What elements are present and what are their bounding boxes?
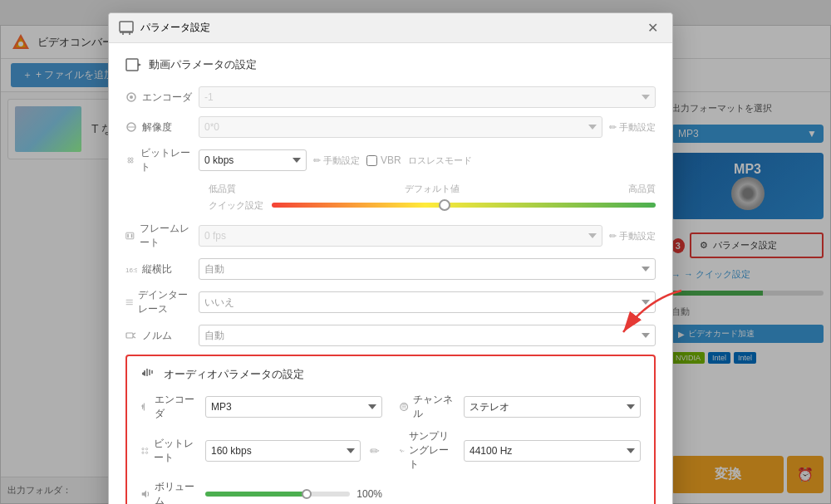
audio-bitrate-label: ビットレート: [140, 437, 199, 465]
svg-point-15: [128, 160, 130, 163]
audio-encoder-select[interactable]: MP3: [205, 396, 382, 418]
aspect-row: 16:9 縦横比 自動: [125, 258, 656, 280]
dialog-title: パラメータ設定: [140, 21, 210, 35]
framerate-label: フレームレート: [125, 222, 192, 250]
audio-bitrate-select[interactable]: 160 kbps: [205, 440, 361, 462]
aspect-icon: 16:9: [125, 263, 137, 275]
svg-marker-27: [142, 371, 145, 376]
volume-slider-track[interactable]: [205, 492, 350, 497]
bitrate-row: ビットレート 0 kbps ✏ 手動設定 VBR ロスレスモード: [125, 146, 656, 174]
svg-point-33: [145, 452, 147, 453]
audio-section-header: オーディオパラメータの設定: [140, 366, 641, 383]
audio-section: オーディオパラメータの設定 エンコーダ MP3: [125, 355, 656, 504]
svg-rect-3: [120, 22, 133, 32]
volume-percentage: 100%: [356, 488, 382, 500]
channel-icon: [399, 401, 409, 413]
audio-bitrate-row: ビットレート 160 kbps ✏: [140, 429, 382, 472]
pencil2-icon: ✏: [313, 155, 321, 166]
encoder-icon: [125, 91, 137, 103]
samplerate-icon: [399, 445, 405, 457]
pencil3-icon: ✏: [609, 231, 617, 242]
norm-select[interactable]: 自動: [199, 325, 656, 346]
norm-icon: [125, 330, 137, 341]
deinterlace-label: デインターレース: [125, 288, 192, 316]
svg-point-16: [130, 160, 133, 163]
framerate-row: フレームレート 0 fps ✏ 手動設定: [125, 222, 656, 250]
quality-slider-track[interactable]: [272, 203, 656, 208]
volume-slider-thumb[interactable]: [302, 489, 312, 499]
svg-point-31: [145, 448, 147, 449]
bitrate-select[interactable]: 0 kbps: [199, 149, 307, 171]
audio-bitrate-edit-button[interactable]: ✏: [367, 444, 382, 458]
dialog-body: 動画パラメータの設定 エンコーダ -1 解像度: [109, 43, 672, 504]
audio-channel-row: チャンネル ステレオ: [399, 393, 641, 421]
svg-rect-18: [127, 234, 129, 238]
audio-volume-row: ボリューム 100%: [140, 480, 382, 504]
svg-point-29: [401, 404, 408, 411]
dialog-titlebar: パラメータ設定 ✕: [109, 13, 672, 43]
quality-labels: 低品質 デフォルト値 高品質: [209, 183, 656, 195]
lossless-button[interactable]: ロスレスモード: [408, 154, 472, 167]
svg-rect-17: [126, 232, 134, 239]
encoder-select[interactable]: -1: [199, 86, 656, 108]
svg-point-10: [130, 95, 133, 99]
volume-slider-container: [205, 492, 350, 497]
vbr-checkbox-row: VBR: [366, 154, 401, 166]
bitrate-label: ビットレート: [125, 146, 192, 174]
svg-rect-19: [131, 234, 133, 238]
pencil-icon: ✏: [609, 122, 617, 133]
audio-section-icon: [140, 366, 157, 383]
audio-bitrate-icon: [140, 445, 150, 457]
bitrate-icon: [125, 154, 135, 166]
audio-section-title: オーディオパラメータの設定: [164, 367, 304, 382]
video-section-title: 動画パラメータの設定: [149, 57, 257, 72]
deinterlace-row: デインターレース いいえ: [125, 288, 656, 316]
quality-slider-wrap: [272, 197, 656, 213]
audio-volume-label: ボリューム: [140, 480, 199, 504]
video-section-header: 動画パラメータの設定: [125, 56, 656, 73]
svg-text:16:9: 16:9: [125, 267, 137, 274]
audio-samplerate-select[interactable]: 44100 Hz: [464, 440, 641, 462]
volume-icon: [140, 488, 150, 500]
resolution-select[interactable]: 0*0: [199, 116, 602, 138]
svg-point-14: [130, 158, 133, 160]
quick-setting-text: クイック設定: [209, 199, 263, 212]
audio-samplerate-label: サンプリングレート: [399, 429, 457, 472]
svg-marker-8: [138, 63, 141, 66]
audio-channel-label: チャンネル: [399, 393, 457, 421]
svg-point-30: [142, 448, 144, 449]
audio-encoder-row: エンコーダ MP3: [140, 393, 382, 421]
dialog-close-button[interactable]: ✕: [642, 18, 662, 38]
audio-samplerate-row: サンプリングレート 44100 Hz: [399, 429, 641, 472]
svg-rect-24: [126, 333, 133, 338]
framerate-icon: [125, 230, 135, 242]
quality-low-label: 低品質: [209, 183, 236, 195]
quality-default-label: デフォルト値: [405, 183, 460, 195]
dialog-title-icon: [119, 21, 134, 36]
dialog-title-group: パラメータ設定: [119, 21, 210, 36]
vbr-checkbox[interactable]: [366, 155, 377, 166]
framerate-select[interactable]: 0 fps: [199, 225, 602, 247]
aspect-select[interactable]: 自動: [199, 258, 656, 280]
aspect-label: 16:9 縦横比: [125, 262, 192, 276]
quick-setting-row: クイック設定: [209, 197, 656, 213]
resolution-row: 解像度 0*0 ✏ 手動設定: [125, 116, 656, 138]
encoder-row: エンコーダ -1: [125, 86, 656, 108]
resolution-manual-button[interactable]: ✏ 手動設定: [609, 121, 656, 134]
deinterlace-select[interactable]: いいえ: [199, 291, 656, 313]
encoder-label: エンコーダ: [125, 91, 192, 105]
parameter-dialog: パラメータ設定 ✕ 動画パラメータの設定 エンコーダ -1: [108, 12, 673, 504]
video-section-icon: [125, 56, 142, 73]
svg-point-32: [142, 452, 144, 453]
svg-rect-7: [126, 59, 138, 71]
framerate-manual-button[interactable]: ✏ 手動設定: [609, 230, 656, 242]
quality-slider-thumb[interactable]: [439, 199, 450, 211]
quality-high-label: 高品質: [628, 183, 656, 195]
audio-channel-select[interactable]: ステレオ: [464, 396, 641, 418]
svg-marker-34: [142, 491, 146, 498]
bitrate-manual-button[interactable]: ✏ 手動設定: [313, 154, 360, 167]
resolution-icon: [125, 121, 137, 133]
norm-label: ノルム: [125, 329, 192, 343]
norm-row: ノルム 自動: [125, 325, 656, 346]
audio-encoder-icon: [140, 401, 150, 413]
